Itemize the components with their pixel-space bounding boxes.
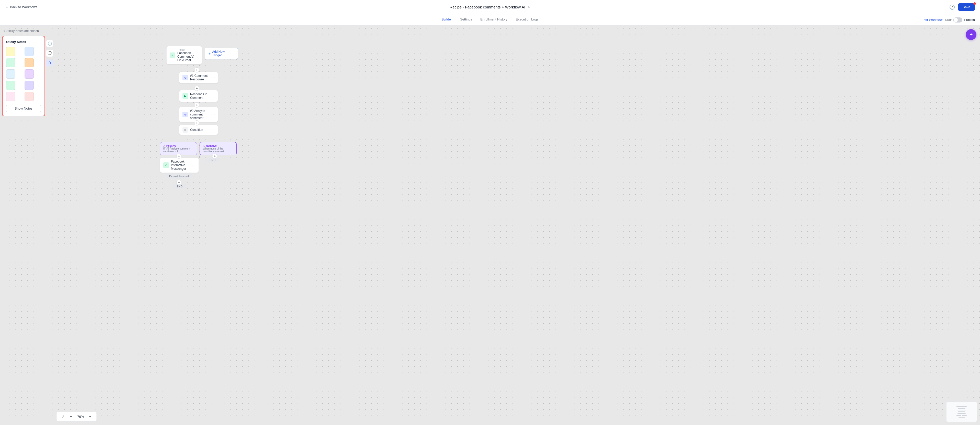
- back-arrow-icon: ←: [5, 5, 8, 9]
- tab-enrollment-history[interactable]: Enrollment History: [480, 14, 508, 26]
- color-swatch-green[interactable]: [6, 58, 15, 67]
- draft-publish-toggle[interactable]: [953, 18, 963, 22]
- nav-tabs: Builder Settings Enrollment History Exec…: [0, 14, 980, 26]
- positive-desc: If "#2 Analyse comment sentiment - R...: [163, 147, 194, 153]
- add-trigger-label: Add New Trigger: [212, 50, 234, 57]
- zoom-level-label: 79%: [76, 415, 85, 419]
- page-title: Recipe - Facebook comments + Workflow AI…: [450, 5, 530, 9]
- sparkle-icon: ✦: [969, 32, 973, 37]
- respond-on-comment-node[interactable]: ▶ Respond On Comment ···: [179, 90, 218, 102]
- positive-branch-node[interactable]: △ Positive If "#2 Analyse comment sentim…: [160, 142, 197, 155]
- zoom-in-button[interactable]: +: [68, 414, 74, 420]
- ai-fab-button[interactable]: ✦: [966, 29, 977, 40]
- messenger-icon: ✓: [165, 164, 167, 167]
- plus-btn-3[interactable]: +: [194, 102, 199, 107]
- sticky-comment-icon[interactable]: 💬: [46, 50, 53, 57]
- facebook-messenger-node[interactable]: ✓ Facebook Interactive Messenger ··· ↻: [160, 157, 199, 173]
- node-analyse-label: #2 Analyse comment sentiment: [190, 109, 209, 120]
- info-icon: ℹ: [3, 29, 5, 33]
- end-label-negative: END: [210, 158, 215, 161]
- tab-settings[interactable]: Settings: [460, 14, 472, 26]
- positive-label: Positive: [166, 144, 176, 147]
- plus-btn-1[interactable]: +: [194, 67, 199, 72]
- color-swatch-lavender[interactable]: [25, 81, 34, 90]
- plus-btn-2[interactable]: +: [194, 86, 199, 91]
- trigger-check-icon: ✓: [171, 54, 174, 57]
- back-button[interactable]: ← Back to Workflows: [5, 5, 37, 9]
- node-respond-label: Respond On Comment: [190, 93, 209, 100]
- show-notes-button[interactable]: Show Notes: [6, 105, 41, 112]
- tab-execution-logs[interactable]: Execution Logs: [515, 14, 538, 26]
- sticky-hidden-notice: ℹ Sticky Notes are hidden: [3, 29, 39, 33]
- color-swatch-blue[interactable]: [25, 47, 34, 56]
- title-text: Recipe - Facebook comments + Workflow AI: [450, 5, 525, 9]
- draft-label: Draft: [945, 18, 951, 22]
- default-timeout-node: Default Timeout: [165, 174, 192, 179]
- positive-triangle-icon: △: [163, 144, 165, 147]
- analyse-sentiment-node[interactable]: ⊙ #2 Analyse comment sentiment ···: [179, 107, 218, 122]
- sticky-notice-text: Sticky Notes are hidden: [6, 29, 39, 33]
- sticky-panel-title: Sticky Notes: [6, 40, 41, 44]
- test-workflow-button[interactable]: Test Workflow: [922, 18, 943, 22]
- trigger-label: Trigger: [177, 48, 199, 51]
- plus-btn-4[interactable]: +: [194, 120, 199, 125]
- end-node-negative: END: [205, 157, 220, 163]
- color-swatch-orange[interactable]: [25, 58, 34, 67]
- minimap: [946, 401, 977, 422]
- edit-icon[interactable]: ✎: [527, 5, 530, 9]
- negative-branch-node[interactable]: △ Negative When none of the conditions a…: [200, 142, 237, 155]
- comment-response-node[interactable]: ⊙ #1 Comment Response ···: [179, 72, 218, 83]
- color-swatch-red[interactable]: [25, 92, 34, 101]
- history-button[interactable]: 🕐: [949, 4, 955, 10]
- node-more-btn-5[interactable]: ···: [192, 163, 196, 168]
- trigger-node[interactable]: ✓ Trigger Facebook - Comment(s) On A Pos…: [166, 46, 202, 64]
- negative-desc: When none of the conditions are met: [203, 147, 233, 153]
- expand-button[interactable]: ⤢: [60, 414, 66, 420]
- ai-icon-1: ⊙: [184, 76, 186, 79]
- canvas-area: ℹ Sticky Notes are hidden Sticky Notes S…: [0, 26, 980, 425]
- color-swatch-lightblue[interactable]: [6, 69, 15, 78]
- header: ← Back to Workflows Recipe - Facebook co…: [0, 0, 980, 14]
- condition-icon: {}: [184, 128, 186, 131]
- zoom-out-button[interactable]: −: [87, 414, 93, 420]
- sticky-clock-icon[interactable]: 🕐: [46, 40, 53, 47]
- condition-node[interactable]: {} Condition ···: [179, 125, 218, 135]
- sticky-notes-panel: Sticky Notes Show Notes 🕐 💬 🗒: [2, 36, 45, 116]
- sticky-side-icons: 🕐 💬 🗒: [46, 40, 53, 67]
- node-more-btn-2[interactable]: ···: [212, 94, 215, 98]
- negative-triangle-icon: △: [203, 144, 205, 147]
- save-button[interactable]: Save: [958, 3, 975, 11]
- node-messenger-label: Facebook Interactive Messenger: [171, 160, 190, 171]
- end-label-main: END: [177, 185, 183, 188]
- color-swatch-pink[interactable]: [6, 92, 15, 101]
- add-trigger-button[interactable]: + Add New Trigger: [205, 48, 238, 59]
- back-label: Back to Workflows: [10, 5, 37, 9]
- node-more-btn-4[interactable]: ···: [212, 128, 215, 132]
- header-actions: 🕐 Save: [949, 3, 975, 11]
- color-swatch-purple[interactable]: [25, 69, 34, 78]
- zoom-toolbar: ⤢ + 79% −: [56, 412, 97, 422]
- nav-right-actions: Test Workflow Draft Publish: [922, 18, 975, 22]
- refresh-icon: ↻: [199, 156, 200, 158]
- draft-toggle-wrap: Draft Publish: [945, 18, 975, 22]
- timeout-label: Default Timeout: [169, 175, 189, 178]
- plus-btn-positive[interactable]: +: [176, 153, 181, 159]
- node-comment-response-label: #1 Comment Response: [190, 74, 209, 81]
- color-grid: [6, 47, 41, 101]
- tab-builder[interactable]: Builder: [442, 14, 452, 26]
- negative-label: Negative: [206, 144, 217, 147]
- plus-btn-negative[interactable]: +: [212, 153, 217, 159]
- color-swatch-yellow[interactable]: [6, 47, 15, 56]
- ai-icon-2: ⊙: [184, 113, 186, 116]
- color-swatch-mint[interactable]: [6, 81, 15, 90]
- unsaved-badge: [974, 2, 976, 5]
- trigger-title: Facebook - Comment(s) On A Post: [177, 51, 199, 62]
- sticky-note-icon[interactable]: 🗒: [46, 59, 53, 67]
- publish-label[interactable]: Publish: [964, 18, 975, 22]
- plus-icon: +: [208, 51, 211, 56]
- plus-btn-timeout[interactable]: +: [176, 180, 181, 185]
- toggle-thumb: [954, 18, 958, 22]
- node-condition-label: Condition: [190, 128, 209, 132]
- node-more-btn-3[interactable]: ···: [212, 112, 215, 117]
- node-more-btn-1[interactable]: ···: [212, 75, 215, 80]
